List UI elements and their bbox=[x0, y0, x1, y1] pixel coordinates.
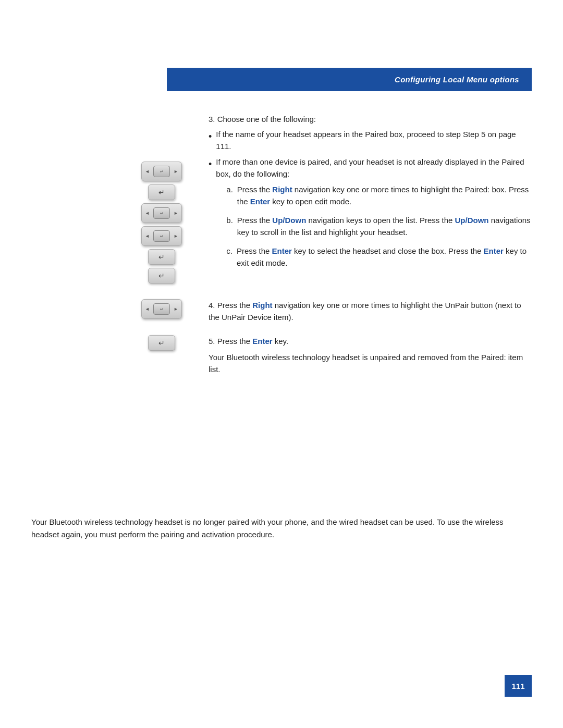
sub-label-c: c. bbox=[226, 245, 232, 269]
enter-arrow-5: ↵ bbox=[158, 339, 165, 347]
sub-b-rest: navigation keys to open the list. Press … bbox=[306, 216, 455, 225]
enter-arrow-1: ↵ bbox=[158, 188, 165, 196]
right-arrow-1: ► bbox=[174, 169, 178, 174]
right-arrow-2: ► bbox=[174, 211, 178, 216]
step-5-line: 5. Press the Enter key. bbox=[209, 335, 532, 347]
sub-a-text: Press the Right navigation key one or mo… bbox=[237, 184, 532, 207]
bullet-2: • If more than one device is paired, and… bbox=[209, 156, 532, 276]
step-3-text: 3. Choose one of the following: • If the… bbox=[203, 115, 532, 283]
step-3-num: 3. bbox=[209, 115, 215, 124]
sub-a-kw: Right bbox=[272, 185, 292, 194]
bullet-dot-2: • bbox=[209, 157, 212, 276]
nav-key-label-2: ↵ bbox=[160, 211, 164, 216]
page-number: 111 bbox=[511, 682, 524, 690]
bullet-1: • If the name of your headset appears in… bbox=[209, 129, 532, 152]
enter-arrow-3: ↵ bbox=[158, 272, 165, 280]
nav-key-inner-2: ↵ bbox=[153, 207, 170, 219]
nav-key-label-3: ↵ bbox=[160, 234, 164, 239]
sub-a-rest2: key to open edit mode. bbox=[270, 197, 351, 206]
enter-key-5: ↵ bbox=[148, 335, 175, 351]
sub-a-kw2: Enter bbox=[250, 197, 270, 206]
step-5-images: ↵ bbox=[136, 335, 188, 351]
step-5-text: 5. Press the Enter key. Your Bluetooth w… bbox=[203, 335, 532, 376]
sub-b-text: Press the Up/Down navigation keys to ope… bbox=[237, 215, 532, 238]
nav-key-inner-4: ↵ bbox=[153, 303, 170, 315]
header-title: Configuring Local Menu options bbox=[395, 75, 519, 84]
enter-arrow-2: ↵ bbox=[158, 253, 165, 261]
content-area: ◄ ► ↵ ↵ ◄ ► bbox=[31, 115, 532, 387]
sub-step-a: a. Press the Right navigation key one or… bbox=[226, 184, 532, 207]
left-arrow-2: ◄ bbox=[145, 211, 150, 216]
right-arrow-4: ► bbox=[174, 306, 178, 312]
step-3-heading-text: Choose one of the following: bbox=[217, 115, 316, 124]
sub-c-pre: Press the bbox=[237, 246, 272, 255]
left-arrow-1: ◄ bbox=[145, 169, 150, 174]
step-5-pre: Press the bbox=[217, 337, 253, 346]
step-5-num: 5. bbox=[209, 337, 215, 346]
enter-key-3: ↵ bbox=[148, 268, 175, 283]
left-arrow-4: ◄ bbox=[145, 306, 150, 312]
step-4-kw: Right bbox=[252, 301, 272, 310]
step-3-heading: 3. Choose one of the following: bbox=[209, 115, 532, 124]
step-5-detail: Your Bluetooth wireless technology heads… bbox=[209, 351, 532, 376]
bullet-2-intro: If more than one device is paired, and y… bbox=[216, 157, 524, 178]
sub-label-a: a. bbox=[226, 184, 233, 207]
step-4-text: 4. Press the Right navigation key one or… bbox=[203, 299, 532, 324]
step-5: ↵ 5. Press the Enter key. Your Bluetooth… bbox=[31, 335, 532, 376]
enter-key-2: ↵ bbox=[148, 249, 175, 265]
sub-label-b: b. bbox=[226, 215, 233, 238]
sub-c-text: Press the Enter key to select the headse… bbox=[237, 245, 532, 269]
sub-c-rest: key to select the headset and close the … bbox=[292, 246, 484, 255]
bullet-dot-1: • bbox=[209, 130, 212, 152]
step-5-post: key. bbox=[273, 337, 289, 346]
sub-c-kw: Enter bbox=[272, 246, 292, 255]
nav-key-label-1: ↵ bbox=[160, 169, 164, 174]
sub-step-b: b. Press the Up/Down navigation keys to … bbox=[226, 215, 532, 238]
left-arrow-3: ◄ bbox=[145, 233, 150, 239]
nav-key-1: ◄ ► ↵ bbox=[141, 162, 182, 181]
nav-key-inner-1: ↵ bbox=[153, 166, 170, 177]
page-container: Configuring Local Menu options ◄ ► ↵ bbox=[0, 0, 563, 728]
step-3-images: ◄ ► ↵ ↵ ◄ ► bbox=[136, 162, 188, 283]
header-bar: Configuring Local Menu options bbox=[167, 68, 532, 91]
sub-c-kw2: Enter bbox=[484, 246, 504, 255]
sub-b-kw: Up/Down bbox=[272, 216, 306, 225]
step-3-bullets: • If the name of your headset appears in… bbox=[209, 129, 532, 276]
sub-step-c: c. Press the Enter key to select the hea… bbox=[226, 245, 532, 269]
nav-key-4: ◄ ► ↵ bbox=[141, 299, 182, 319]
step-4: ◄ ► ↵ 4. Press the Right navigation key … bbox=[31, 299, 532, 324]
nav-key-inner-3: ↵ bbox=[153, 230, 170, 242]
nav-key-3: ◄ ► ↵ bbox=[141, 226, 182, 246]
step-4-pre: Press the bbox=[217, 301, 253, 310]
page-number-box: 111 bbox=[505, 675, 532, 697]
step-3: ◄ ► ↵ ↵ ◄ ► bbox=[31, 115, 532, 283]
step-5-kw: Enter bbox=[252, 337, 272, 346]
bottom-paragraph: Your Bluetooth wireless technology heads… bbox=[31, 516, 532, 541]
bullet-1-text: If the name of your headset appears in t… bbox=[216, 129, 532, 152]
step-4-images: ◄ ► ↵ bbox=[136, 299, 188, 319]
sub-steps: a. Press the Right navigation key one or… bbox=[226, 184, 532, 269]
sub-b-kw2: Up/Down bbox=[455, 216, 489, 225]
nav-key-label-4: ↵ bbox=[160, 307, 164, 312]
nav-key-2: ◄ ► ↵ bbox=[141, 203, 182, 223]
sub-a-pre: Press the bbox=[237, 185, 273, 194]
bullet-2-content: If more than one device is paired, and y… bbox=[216, 156, 532, 276]
enter-key-1: ↵ bbox=[148, 184, 175, 200]
step-4-num: 4. bbox=[209, 301, 215, 310]
sub-b-pre: Press the bbox=[237, 216, 273, 225]
right-arrow-3: ► bbox=[174, 233, 178, 239]
